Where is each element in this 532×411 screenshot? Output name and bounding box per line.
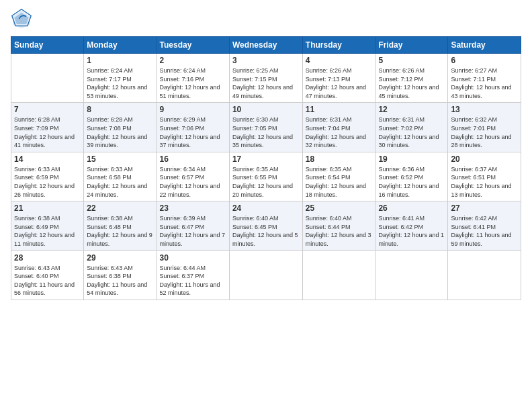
day-info: Sunrise: 6:31 AMSunset: 7:02 PMDaylight:… [378,116,439,148]
day-number: 25 [306,203,373,213]
day-number: 21 [14,203,81,213]
day-info: Sunrise: 6:37 AMSunset: 6:51 PMDaylight:… [451,166,511,198]
day-number: 24 [232,203,300,213]
day-number: 5 [378,56,445,65]
day-info: Sunrise: 6:32 AMSunset: 7:01 PMDaylight:… [451,116,511,148]
day-info: Sunrise: 6:26 AMSunset: 7:13 PMDaylight:… [306,67,366,99]
day-info: Sunrise: 6:40 AMSunset: 6:45 PMDaylight:… [232,215,298,247]
calendar-cell: 14 Sunrise: 6:33 AMSunset: 6:59 PMDaylig… [11,152,84,201]
day-info: Sunrise: 6:31 AMSunset: 7:04 PMDaylight:… [306,116,366,148]
day-number: 30 [160,253,226,263]
day-number: 23 [160,203,226,213]
day-info: Sunrise: 6:24 AMSunset: 7:16 PMDaylight:… [160,67,220,99]
day-info: Sunrise: 6:39 AMSunset: 6:47 PMDaylight:… [160,215,226,247]
calendar-cell [375,250,448,300]
day-number: 18 [306,154,373,164]
weekday-header-row: SundayMondayTuesdayWednesdayThursdayFrid… [11,37,521,54]
day-number: 27 [451,203,518,213]
weekday-header-sunday: Sunday [11,37,84,54]
weekday-header-monday: Monday [84,37,157,54]
day-info: Sunrise: 6:26 AMSunset: 7:12 PMDaylight:… [378,67,439,99]
day-info: Sunrise: 6:38 AMSunset: 6:49 PMDaylight:… [14,215,75,247]
day-number: 12 [378,105,445,114]
calendar-cell: 3 Sunrise: 6:25 AMSunset: 7:15 PMDayligh… [229,54,302,103]
day-info: Sunrise: 6:33 AMSunset: 6:59 PMDaylight:… [14,166,75,198]
calendar-cell: 16 Sunrise: 6:34 AMSunset: 6:57 PMDaylig… [157,152,229,201]
calendar-cell [448,250,521,300]
calendar-cell [229,250,302,300]
calendar-cell: 18 Sunrise: 6:35 AMSunset: 6:54 PMDaylig… [302,152,375,201]
day-info: Sunrise: 6:33 AMSunset: 6:58 PMDaylight:… [87,166,147,198]
day-info: Sunrise: 6:29 AMSunset: 7:06 PMDaylight:… [160,116,220,148]
week-row-5: 28 Sunrise: 6:43 AMSunset: 6:40 PMDaylig… [11,250,521,300]
calendar-cell [302,250,375,300]
calendar-cell: 28 Sunrise: 6:43 AMSunset: 6:40 PMDaylig… [11,250,84,300]
day-number: 15 [87,154,153,164]
logo [11,8,35,30]
weekday-header-saturday: Saturday [448,37,521,54]
calendar-cell: 27 Sunrise: 6:42 AMSunset: 6:41 PMDaylig… [448,201,521,250]
calendar-table: SundayMondayTuesdayWednesdayThursdayFrid… [11,36,521,300]
calendar-cell: 5 Sunrise: 6:26 AMSunset: 7:12 PMDayligh… [375,54,448,103]
week-row-2: 7 Sunrise: 6:28 AMSunset: 7:09 PMDayligh… [11,103,521,152]
day-info: Sunrise: 6:28 AMSunset: 7:09 PMDaylight:… [14,116,75,148]
page: SundayMondayTuesdayWednesdayThursdayFrid… [0,0,532,411]
day-info: Sunrise: 6:42 AMSunset: 6:41 PMDaylight:… [451,215,511,247]
day-number: 8 [87,105,153,114]
day-number: 11 [306,105,373,114]
day-number: 17 [232,154,300,164]
day-number: 14 [14,154,81,164]
day-info: Sunrise: 6:25 AMSunset: 7:15 PMDaylight:… [232,67,293,99]
day-info: Sunrise: 6:35 AMSunset: 6:55 PMDaylight:… [232,166,293,198]
day-info: Sunrise: 6:44 AMSunset: 6:37 PMDaylight:… [160,265,220,297]
day-info: Sunrise: 6:27 AMSunset: 7:11 PMDaylight:… [451,67,511,99]
calendar-cell [11,54,84,103]
day-number: 7 [14,105,81,114]
calendar-cell: 1 Sunrise: 6:24 AMSunset: 7:17 PMDayligh… [84,54,157,103]
day-number: 1 [87,56,153,65]
header [11,8,521,30]
day-number: 20 [451,154,518,164]
weekday-header-wednesday: Wednesday [229,37,302,54]
calendar-cell: 24 Sunrise: 6:40 AMSunset: 6:45 PMDaylig… [229,201,302,250]
calendar-cell: 10 Sunrise: 6:30 AMSunset: 7:05 PMDaylig… [229,103,302,152]
day-info: Sunrise: 6:28 AMSunset: 7:08 PMDaylight:… [87,116,147,148]
day-info: Sunrise: 6:41 AMSunset: 6:42 PMDaylight:… [378,215,444,247]
day-number: 4 [306,56,373,65]
calendar-cell: 29 Sunrise: 6:43 AMSunset: 6:38 PMDaylig… [84,250,157,300]
calendar-cell: 26 Sunrise: 6:41 AMSunset: 6:42 PMDaylig… [375,201,448,250]
day-info: Sunrise: 6:35 AMSunset: 6:54 PMDaylight:… [306,166,366,198]
calendar-cell: 9 Sunrise: 6:29 AMSunset: 7:06 PMDayligh… [157,103,229,152]
day-info: Sunrise: 6:38 AMSunset: 6:48 PMDaylight:… [87,215,152,247]
day-info: Sunrise: 6:36 AMSunset: 6:52 PMDaylight:… [378,166,439,198]
day-info: Sunrise: 6:24 AMSunset: 7:17 PMDaylight:… [87,67,147,99]
calendar-cell: 4 Sunrise: 6:26 AMSunset: 7:13 PMDayligh… [302,54,375,103]
calendar-cell: 21 Sunrise: 6:38 AMSunset: 6:49 PMDaylig… [11,201,84,250]
day-number: 29 [87,253,153,263]
day-number: 10 [232,105,300,114]
day-info: Sunrise: 6:43 AMSunset: 6:40 PMDaylight:… [14,265,75,297]
day-number: 3 [232,56,300,65]
calendar-cell: 23 Sunrise: 6:39 AMSunset: 6:47 PMDaylig… [157,201,229,250]
calendar-cell: 11 Sunrise: 6:31 AMSunset: 7:04 PMDaylig… [302,103,375,152]
calendar-cell: 12 Sunrise: 6:31 AMSunset: 7:02 PMDaylig… [375,103,448,152]
day-number: 2 [160,56,226,65]
day-number: 9 [160,105,226,114]
calendar-cell: 30 Sunrise: 6:44 AMSunset: 6:37 PMDaylig… [157,250,229,300]
week-row-4: 21 Sunrise: 6:38 AMSunset: 6:49 PMDaylig… [11,201,521,250]
calendar-cell: 8 Sunrise: 6:28 AMSunset: 7:08 PMDayligh… [84,103,157,152]
day-number: 28 [14,253,81,263]
day-info: Sunrise: 6:30 AMSunset: 7:05 PMDaylight:… [232,116,293,148]
day-info: Sunrise: 6:34 AMSunset: 6:57 PMDaylight:… [160,166,220,198]
calendar-cell: 19 Sunrise: 6:36 AMSunset: 6:52 PMDaylig… [375,152,448,201]
calendar-cell: 22 Sunrise: 6:38 AMSunset: 6:48 PMDaylig… [84,201,157,250]
day-info: Sunrise: 6:43 AMSunset: 6:38 PMDaylight:… [87,265,147,297]
calendar-cell: 25 Sunrise: 6:40 AMSunset: 6:44 PMDaylig… [302,201,375,250]
calendar-cell: 15 Sunrise: 6:33 AMSunset: 6:58 PMDaylig… [84,152,157,201]
day-number: 22 [87,203,153,213]
day-number: 19 [378,154,445,164]
calendar-cell: 13 Sunrise: 6:32 AMSunset: 7:01 PMDaylig… [448,103,521,152]
calendar-cell: 17 Sunrise: 6:35 AMSunset: 6:55 PMDaylig… [229,152,302,201]
weekday-header-tuesday: Tuesday [157,37,229,54]
logo-icon [11,8,32,30]
